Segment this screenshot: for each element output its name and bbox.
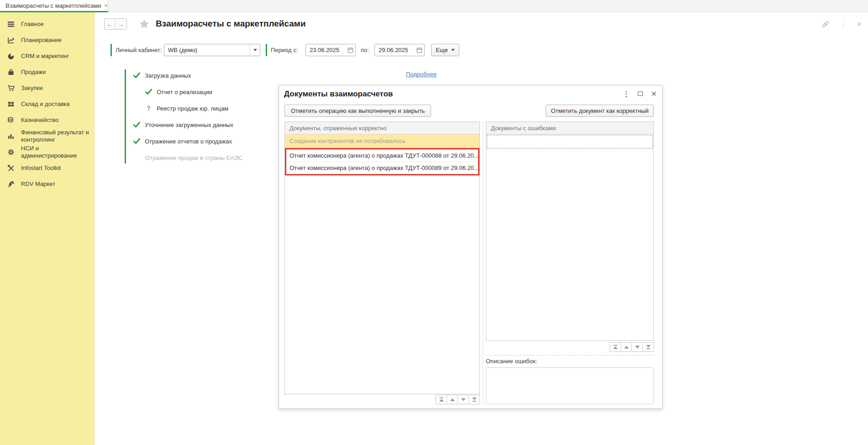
link-icon[interactable]	[821, 20, 830, 28]
more-button-label: Еще	[436, 47, 447, 53]
warehouse-icon	[7, 101, 15, 108]
checklist-item-sales-reflection[interactable]: Отражение отчетов о продажах	[133, 137, 232, 145]
cabinet-select[interactable]: WB (демо)	[164, 44, 260, 56]
period-to-label: по:	[361, 44, 369, 56]
period-to-input[interactable]: 29.06.2025	[374, 44, 425, 56]
calendar-icon[interactable]	[414, 47, 424, 53]
dialog-maximize-icon[interactable]	[638, 91, 643, 96]
settlement-documents-dialog: Документы взаиморасчетов ⋮ × Отметить оп…	[279, 85, 663, 409]
sidebar-item-main[interactable]: Главное	[0, 16, 94, 32]
question-mark-icon: ?	[145, 105, 152, 112]
sidebar-item-label: Закупки	[21, 85, 42, 92]
list-item-report-000088[interactable]: Отчет комиссионера (агента) о продажах Т…	[286, 149, 478, 162]
close-form-icon[interactable]: ×	[857, 20, 862, 28]
tab-bar: Взаиморасчеты с маркетплейсами ×	[0, 0, 868, 12]
sidebar-item-treasury[interactable]: Казначейство	[0, 112, 94, 128]
sidebar-item-label: Казначейство	[21, 117, 58, 124]
complete-operation-button[interactable]: Отметить операцию как выполненную и закр…	[284, 105, 431, 117]
back-button[interactable]: ←	[105, 19, 116, 29]
tab-close-icon[interactable]: ×	[104, 2, 108, 9]
calendar-icon[interactable]	[345, 47, 355, 53]
row-up-button[interactable]	[447, 395, 458, 404]
sidebar-item-purchases[interactable]: Закупки	[0, 80, 94, 96]
page-title: Взаиморасчеты с маркетплейсами	[156, 19, 306, 29]
sales-bag-icon	[7, 69, 15, 76]
window-header-icons: ⋮ ×	[821, 20, 862, 28]
coins-icon	[7, 117, 15, 124]
cart-icon	[7, 85, 15, 92]
sidebar-item-label: RDV Маркет	[21, 180, 55, 188]
pie-chart-icon	[7, 53, 15, 60]
correct-documents-header: Документы, отраженные корректно	[285, 122, 479, 134]
menu-icon	[7, 21, 15, 28]
sidebar-item-label: Финансовый результат и контроллинг	[21, 129, 90, 143]
chevron-down-icon[interactable]	[250, 44, 260, 56]
empty-row-focus[interactable]	[487, 135, 653, 148]
tab-mutual-settlements[interactable]: Взаиморасчеты с маркетплейсами ×	[0, 0, 108, 12]
forward-button[interactable]: →	[116, 19, 126, 29]
error-documents-header: Документы с ошибками	[486, 122, 653, 134]
go-last-row-button[interactable]	[642, 342, 654, 352]
checklist-group-bar	[125, 69, 126, 164]
sidebar: Главное Планирование CRM и маркетинг Про…	[0, 12, 95, 445]
checklist-item-data-refinement[interactable]: Уточнение загруженных данных	[133, 121, 233, 129]
tab-title: Взаиморасчеты с маркетплейсами	[5, 2, 101, 9]
app-window: Взаиморасчеты с маркетплейсами × Главное…	[0, 0, 868, 445]
filter-group-bar	[266, 44, 267, 56]
sidebar-item-infostart-toolkit[interactable]: Infostart Toolkit	[0, 160, 94, 176]
error-description-label: Описание ошибок:	[486, 358, 537, 365]
dialog-close-icon[interactable]: ×	[651, 89, 657, 98]
checklist-item-sales-report[interactable]: Отчет о реализации	[145, 88, 212, 96]
period-from-input[interactable]: 23.06.2025	[305, 44, 356, 56]
sidebar-item-planning[interactable]: Планирование	[0, 32, 94, 48]
filter-group-bar	[110, 44, 112, 56]
dialog-window-controls: ⋮ ×	[623, 89, 657, 98]
checklist-item-eaes-sales: Отражение продаж в страны ЕАЭС	[145, 154, 242, 162]
sidebar-item-crm[interactable]: CRM и маркетинг	[0, 48, 94, 64]
error-description-textarea[interactable]	[486, 367, 654, 404]
more-button[interactable]: Еще	[431, 44, 459, 56]
sidebar-item-nsi-admin[interactable]: НСИ и администрирование	[0, 144, 94, 160]
favorite-star-icon[interactable]	[138, 18, 150, 30]
check-icon	[133, 138, 140, 144]
mark-correct-button[interactable]: Отметить документ как корректный	[546, 105, 654, 117]
period-from-label: Период с:	[271, 44, 298, 56]
history-nav-buttons: ← →	[104, 18, 127, 30]
bar-chart-icon	[7, 132, 15, 140]
correct-documents-list: Документы, отраженные корректно Создание…	[284, 122, 480, 394]
sidebar-item-label: Главное	[21, 21, 44, 28]
sidebar-item-finresult[interactable]: Финансовый результат и контроллинг	[0, 128, 94, 144]
checklist-item-label: Отражение отчетов о продажах	[145, 138, 232, 145]
go-first-row-button[interactable]	[436, 395, 447, 404]
go-last-row-button[interactable]	[468, 395, 480, 404]
cabinet-select-value: WB (демо)	[164, 47, 250, 53]
error-panel-splitter[interactable]	[486, 355, 654, 355]
error-marked-group: Отчет комиссионера (агента) о продажах Т…	[285, 148, 479, 175]
checklist-item-label: Отчет о реализации	[157, 89, 212, 95]
sidebar-item-label: НСИ и администрирование	[21, 145, 90, 159]
sidebar-item-label: Infostart Toolkit	[21, 164, 61, 172]
lists-splitter[interactable]	[483, 122, 483, 404]
dialog-title: Документы взаиморасчетов	[284, 90, 393, 99]
row-up-button[interactable]	[621, 342, 632, 352]
go-first-row-button[interactable]	[610, 342, 621, 352]
chevron-down-icon	[451, 49, 455, 51]
sidebar-item-rdv-market[interactable]: RDV Маркет	[0, 176, 94, 192]
sidebar-item-warehouse[interactable]: Склад и доставка	[0, 96, 94, 112]
dialog-more-icon[interactable]: ⋮	[623, 90, 630, 97]
list-item-counterparties[interactable]: Создание контрагентов не потребовалось	[285, 134, 479, 148]
sidebar-item-sales[interactable]: Продажи	[0, 64, 94, 80]
checklist-item-data-load[interactable]: Загрузка данных	[133, 71, 191, 79]
gear-icon	[7, 148, 15, 156]
details-link[interactable]: Подробнее	[406, 71, 437, 78]
planning-icon	[7, 37, 15, 44]
row-down-button[interactable]	[458, 395, 469, 404]
check-icon	[133, 72, 140, 79]
checklist-item-label: Реестр продаж юр. лицам	[157, 105, 228, 112]
correct-list-nav-buttons	[436, 395, 480, 404]
list-item-report-000089[interactable]: Отчет комиссионера (агента) о продажах Т…	[286, 162, 478, 174]
checklist-item-label: Отражение продаж в страны ЕАЭС	[145, 154, 242, 161]
more-actions-icon[interactable]: ⋮	[840, 21, 847, 28]
checklist-item-legal-sales-registry[interactable]: ? Реестр продаж юр. лицам	[145, 104, 228, 112]
row-down-button[interactable]	[631, 342, 643, 352]
